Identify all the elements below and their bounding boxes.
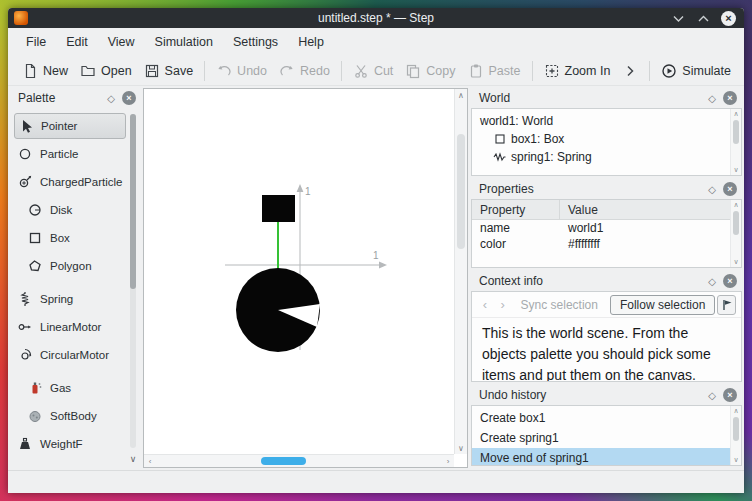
simulate-button[interactable]: Simulate xyxy=(655,60,737,82)
property-name: name xyxy=(472,220,560,236)
scrollbar-thumb[interactable] xyxy=(733,120,739,144)
canvas-horizontal-scrollbar[interactable]: ‹ › xyxy=(144,454,454,467)
property-row-color[interactable]: color #ffffffff xyxy=(472,236,741,252)
scrollbar-thumb[interactable] xyxy=(130,114,136,289)
menu-simulation[interactable]: Simulation xyxy=(145,28,223,56)
disk-shape[interactable] xyxy=(236,268,320,352)
palette-item-circularmotor[interactable]: CircularMotor xyxy=(14,342,126,368)
main-content: Palette ◇ × Pointer Particle Cha xyxy=(8,86,744,470)
menu-view[interactable]: View xyxy=(98,28,145,56)
menu-file[interactable]: File xyxy=(16,28,56,56)
palette-item-weightforce[interactable]: WeightF xyxy=(14,431,126,457)
palette-item-chargedparticle[interactable]: ChargedParticle xyxy=(14,169,126,195)
box1-shape[interactable] xyxy=(262,195,295,222)
palette-item-gas[interactable]: Gas xyxy=(14,375,126,401)
scroll-down-arrow[interactable]: ∨ xyxy=(731,455,741,465)
scroll-down-arrow[interactable]: ∨ xyxy=(455,442,467,454)
copy-button[interactable]: Copy xyxy=(399,60,461,82)
palette-item-label: Box xyxy=(50,232,70,244)
palette-item-softbody[interactable]: SoftBody xyxy=(14,403,126,429)
new-button[interactable]: New xyxy=(16,60,74,82)
palette-item-box[interactable]: Box xyxy=(14,225,126,251)
tree-item-world1[interactable]: world1: World xyxy=(472,112,741,130)
float-panel-icon[interactable]: ◇ xyxy=(708,93,716,104)
column-header-value[interactable]: Value xyxy=(560,200,606,219)
step-window: untitled.step * — Step × File Edit View … xyxy=(8,8,744,493)
menu-edit[interactable]: Edit xyxy=(56,28,98,56)
canvas-vertical-scrollbar[interactable]: ∧ ∨ xyxy=(454,89,467,454)
close-panel-button[interactable]: × xyxy=(723,388,737,402)
save-button[interactable]: Save xyxy=(138,60,200,82)
minimize-button[interactable] xyxy=(671,11,686,26)
maximize-button[interactable] xyxy=(696,11,711,26)
open-button[interactable]: Open xyxy=(74,60,138,82)
chevron-right-icon xyxy=(622,63,638,79)
palette-item-spring[interactable]: Spring xyxy=(14,286,126,312)
float-panel-icon[interactable]: ◇ xyxy=(708,390,716,401)
property-value: world1 xyxy=(560,220,611,236)
palette-item-label: Gas xyxy=(50,382,71,394)
simulate-dropdown-button[interactable] xyxy=(737,60,744,82)
float-panel-icon[interactable]: ◇ xyxy=(708,184,716,195)
context-info-panel: Context info ◇ × ‹ › Sync selection Foll… xyxy=(471,271,742,382)
undo-button[interactable]: Undo xyxy=(210,60,273,82)
redo-button[interactable]: Redo xyxy=(273,60,336,82)
undo-item-move-end-of-spring1[interactable]: Move end of spring1 xyxy=(472,448,741,466)
scroll-left-arrow[interactable]: ‹ xyxy=(144,455,156,467)
toolbar-overflow-button[interactable] xyxy=(616,60,644,82)
scroll-up-arrow[interactable]: ∧ xyxy=(731,200,741,210)
menu-help[interactable]: Help xyxy=(288,28,334,56)
forward-button[interactable]: › xyxy=(495,297,511,312)
scroll-up-arrow[interactable]: ∧ xyxy=(455,89,467,101)
cut-button-label: Cut xyxy=(374,64,393,78)
undo-history-scrollbar[interactable]: ∧ ∨ xyxy=(730,406,741,465)
scroll-down-arrow[interactable]: ∨ xyxy=(731,257,741,267)
palette-item-particle[interactable]: Particle xyxy=(14,141,126,167)
property-row-name[interactable]: name world1 xyxy=(472,220,741,236)
float-panel-icon[interactable]: ◇ xyxy=(107,93,115,104)
scroll-up-arrow[interactable]: ∧ xyxy=(731,406,741,416)
scroll-right-arrow[interactable]: › xyxy=(442,455,454,467)
scrollbar-thumb[interactable] xyxy=(457,134,465,249)
close-panel-button[interactable]: × xyxy=(723,182,737,196)
scrollbar-thumb[interactable] xyxy=(733,417,739,441)
zoom-in-button[interactable]: Zoom In xyxy=(538,60,617,82)
palette-scrollbar[interactable]: ∨ xyxy=(128,114,138,464)
properties-scrollbar[interactable]: ∧ ∨ xyxy=(730,200,741,267)
close-button[interactable]: × xyxy=(721,11,736,26)
paste-button[interactable]: Paste xyxy=(462,60,527,82)
scroll-down-arrow[interactable]: ∨ xyxy=(731,165,741,175)
palette-item-polygon[interactable]: Polygon xyxy=(14,253,126,279)
clipboard-icon xyxy=(468,63,484,79)
tree-item-box1[interactable]: box1: Box xyxy=(472,130,741,148)
float-panel-icon[interactable]: ◇ xyxy=(708,276,716,287)
scrollbar-thumb[interactable] xyxy=(261,457,306,465)
weight-icon xyxy=(16,436,34,452)
menu-settings[interactable]: Settings xyxy=(223,28,288,56)
column-header-property[interactable]: Property xyxy=(472,200,560,219)
scrollbar-thumb[interactable] xyxy=(733,211,739,235)
follow-selection-button[interactable]: Follow selection xyxy=(610,295,715,315)
palette-item-disk[interactable]: Disk xyxy=(14,197,126,223)
tree-item-spring1[interactable]: spring1: Spring xyxy=(472,148,741,166)
palette-item-linearmotor[interactable]: LinearMotor xyxy=(14,314,126,340)
close-panel-button[interactable]: × xyxy=(723,91,737,105)
box-icon xyxy=(493,133,506,146)
context-extra-button[interactable] xyxy=(717,295,736,315)
scroll-up-arrow[interactable]: ∧ xyxy=(731,109,741,119)
undo-item-create-box1[interactable]: Create box1 xyxy=(472,408,741,428)
world-scrollbar[interactable]: ∧ ∨ xyxy=(730,109,741,175)
back-button[interactable]: ‹ xyxy=(477,297,493,312)
close-panel-button[interactable]: × xyxy=(723,274,737,288)
palette-item-pointer[interactable]: Pointer xyxy=(14,113,126,139)
titlebar[interactable]: untitled.step * — Step × xyxy=(8,8,744,28)
sync-selection-button[interactable]: Sync selection xyxy=(513,296,606,314)
simulation-canvas[interactable]: 1 1 xyxy=(144,89,454,454)
redo-icon xyxy=(279,63,295,79)
scroll-down-arrow[interactable]: ∨ xyxy=(128,454,138,464)
close-panel-button[interactable]: × xyxy=(122,91,136,105)
undo-item-create-spring1[interactable]: Create spring1 xyxy=(472,428,741,448)
cut-button[interactable]: Cut xyxy=(347,60,399,82)
toolbar: New Open Save Undo Redo Cut xyxy=(8,56,744,86)
scene-canvas-area[interactable]: 1 1 ∧ ∨ ‹ › xyxy=(143,88,468,468)
